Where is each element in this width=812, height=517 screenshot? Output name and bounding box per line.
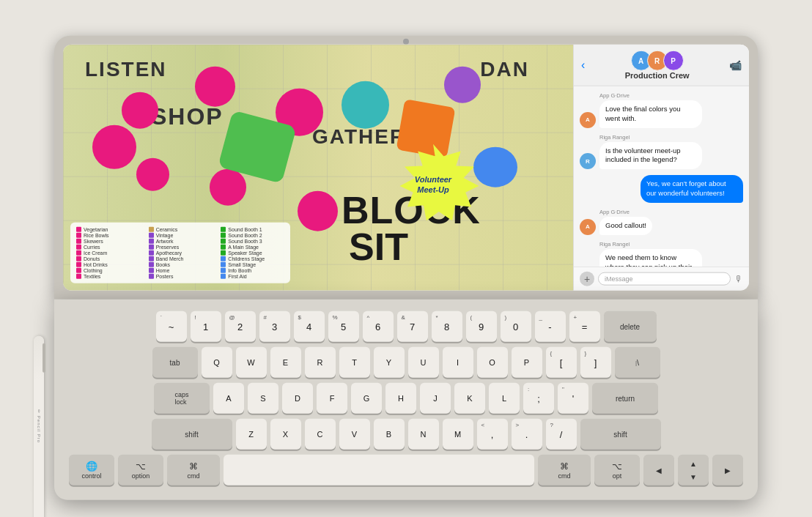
key-9[interactable]: (9: [466, 311, 497, 342]
key-s[interactable]: S: [248, 383, 278, 414]
key-period[interactable]: >.: [512, 419, 542, 450]
ipad-body: LISTEN SHOP GATHER DAN BLOCK SIT: [54, 36, 758, 300]
key-shift-left[interactable]: shift: [152, 419, 232, 450]
ipad-screen: LISTEN SHOP GATHER DAN BLOCK SIT: [63, 45, 749, 291]
key-v[interactable]: V: [339, 419, 370, 450]
key-p[interactable]: P: [512, 347, 542, 378]
message-row: R Riga Rangel We need them to know where…: [580, 240, 743, 266]
key-comma[interactable]: <,: [477, 419, 508, 450]
messages-add-button[interactable]: +: [580, 272, 594, 286]
key-1[interactable]: !1: [191, 311, 221, 342]
key-g[interactable]: G: [351, 383, 382, 414]
key-cmd-left[interactable]: ⌘cmd: [167, 455, 220, 486]
key-7[interactable]: &7: [397, 311, 428, 342]
map-blob: [122, 92, 158, 129]
key-i[interactable]: I: [443, 347, 473, 378]
key-semicolon[interactable]: :;: [523, 383, 554, 414]
key-quote[interactable]: "': [558, 383, 588, 414]
key-shift-right[interactable]: shift: [580, 419, 661, 450]
key-a[interactable]: A: [213, 383, 244, 414]
key-backtick[interactable]: `~: [156, 311, 187, 342]
key-m[interactable]: M: [443, 419, 473, 450]
message-row: Yes, we can't forget about our wonderful…: [580, 175, 743, 203]
legend-item: Rice Bowls: [76, 233, 140, 238]
key-cmd-right[interactable]: ⌘cmd: [538, 455, 591, 486]
messages-footer: + iMessage 🎙: [574, 267, 749, 291]
pencil-clip: [43, 343, 45, 373]
key-8[interactable]: *8: [432, 311, 462, 342]
key-slash[interactable]: ?/: [546, 419, 577, 450]
key-r[interactable]: R: [305, 347, 336, 378]
messages-back-button[interactable]: ‹: [581, 59, 585, 72]
key-capslock[interactable]: capslock: [154, 383, 210, 414]
messages-mic-icon[interactable]: 🎙: [734, 274, 743, 284]
key-arrow-right[interactable]: ▶: [712, 455, 743, 486]
key-tab[interactable]: tab: [152, 347, 198, 378]
key-3[interactable]: #3: [259, 311, 290, 342]
map-blob: [195, 67, 235, 107]
key-6[interactable]: ^6: [363, 311, 394, 342]
legend-item: Info Booth: [221, 268, 284, 273]
key-w[interactable]: W: [236, 347, 267, 378]
key-delete[interactable]: delete: [604, 311, 657, 342]
key-z[interactable]: Z: [236, 419, 267, 450]
key-bracket-close[interactable]: }]: [580, 347, 611, 378]
keyboard-row-asdf: capslock A S D F G H J K L :; "' return: [69, 383, 743, 414]
message-avatar: A: [580, 218, 596, 234]
key-5[interactable]: %5: [328, 311, 359, 342]
key-x[interactable]: X: [270, 419, 301, 450]
messages-input[interactable]: iMessage: [598, 272, 731, 286]
map-blob: [92, 125, 136, 169]
legend-item: Home: [149, 268, 213, 273]
message-bubble: Love the final colors you went with.: [599, 100, 702, 128]
legend-item: Speaker Stage: [221, 250, 284, 256]
key-o[interactable]: O: [477, 347, 508, 378]
key-b[interactable]: B: [374, 419, 405, 450]
key-backslash[interactable]: |\: [615, 347, 660, 378]
key-f[interactable]: F: [317, 383, 347, 414]
key-option-right[interactable]: ⌥opt: [594, 455, 640, 486]
key-bracket-open[interactable]: {[: [546, 347, 577, 378]
key-j[interactable]: J: [420, 383, 451, 414]
key-2[interactable]: @2: [225, 311, 256, 342]
map-content: LISTEN SHOP GATHER DAN BLOCK SIT: [63, 45, 573, 291]
key-d[interactable]: D: [282, 383, 313, 414]
key-h[interactable]: H: [385, 383, 416, 414]
key-arrow-left[interactable]: ◀: [643, 455, 674, 486]
key-y[interactable]: Y: [374, 347, 405, 378]
video-call-icon[interactable]: 📹: [729, 59, 742, 71]
map-blob: [210, 169, 246, 206]
legend-item: Apothecary: [149, 250, 213, 256]
key-option-left[interactable]: ⌥option: [118, 455, 163, 486]
key-arrow-down[interactable]: ▼: [678, 470, 709, 483]
key-0[interactable]: )0: [501, 311, 531, 342]
key-globe-control[interactable]: 🌐control: [69, 455, 114, 486]
messages-avatar: P: [663, 51, 684, 71]
key-space[interactable]: [224, 455, 534, 486]
legend-item: First Aid: [221, 274, 284, 279]
key-arrow-up[interactable]: ▲: [678, 457, 709, 470]
key-equals[interactable]: +=: [569, 311, 600, 342]
key-return[interactable]: return: [592, 383, 658, 414]
key-l[interactable]: L: [489, 383, 520, 414]
message-avatar: R: [580, 153, 596, 169]
message-sender-name: App G·Drive: [599, 92, 702, 99]
map-blob: [136, 158, 169, 191]
key-t[interactable]: T: [339, 347, 370, 378]
key-e[interactable]: E: [270, 347, 301, 378]
key-minus[interactable]: _-: [535, 311, 566, 342]
apple-pencil-pro: ✏ Pencil Pro: [34, 336, 44, 517]
message-row: A App G·Drive Good callout!: [580, 209, 743, 235]
key-u[interactable]: U: [408, 347, 439, 378]
map-legend: Vegetarian Ceramics Sound Booth 1 Rice B…: [70, 223, 290, 283]
key-n[interactable]: N: [408, 419, 439, 450]
key-4[interactable]: $4: [294, 311, 325, 342]
message-avatar: A: [580, 111, 596, 127]
key-k[interactable]: K: [454, 383, 485, 414]
key-c[interactable]: C: [305, 419, 336, 450]
message-sender-name: Riga Rangel: [599, 240, 702, 247]
messages-body[interactable]: A App G·Drive Love the final colors you …: [574, 86, 749, 267]
key-arrows-up-down: ▲ ▼: [678, 455, 709, 486]
legend-item: Sound Booth 2: [221, 233, 284, 238]
key-q[interactable]: Q: [202, 347, 232, 378]
